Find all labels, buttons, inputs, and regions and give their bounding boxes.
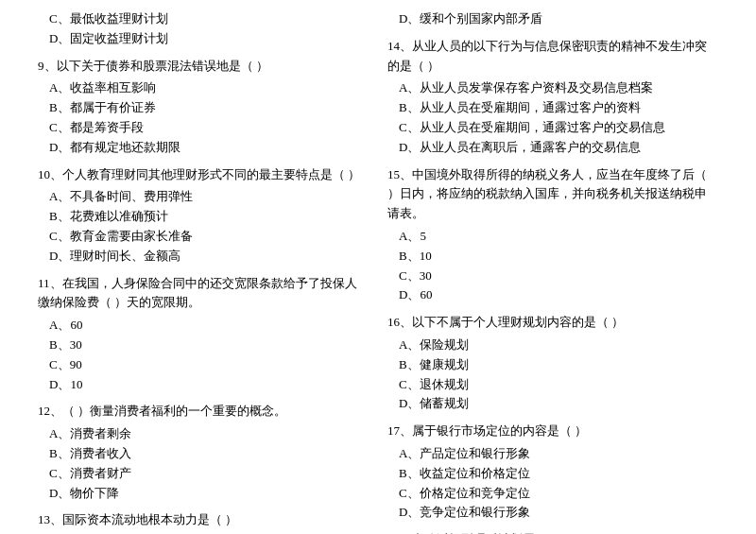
- question-block: 12、（ ）衡量消费者福利的一个重要的概念。A、消费者剩余B、消费者收入C、消费…: [38, 402, 369, 503]
- question-title: 18、中购派投型理财计划属于（ ）: [387, 530, 718, 534]
- question-option: C、教育金需要由家长准备: [38, 227, 369, 247]
- question-option: D、从业人员在离职后，通露客户的交易信息: [387, 138, 718, 158]
- question-option: D、物价下降: [38, 484, 369, 504]
- question-option: A、保险规划: [387, 336, 718, 355]
- question-option: A、消费者剩余: [38, 424, 369, 444]
- question-option: C、30: [387, 267, 718, 286]
- question-block: 10、个人教育理财同其他理财形式不同的最主要特点是（ ）A、不具备时间、费用弹性…: [38, 165, 369, 267]
- question-option: D、缓和个别国家内部矛盾: [387, 9, 718, 29]
- right-column: D、缓和个别国家内部矛盾14、从业人员的以下行为与信息保密职责的精神不发生冲突的…: [387, 9, 718, 534]
- question-option: C、90: [38, 355, 369, 375]
- question-option: C、都是筹资手段: [38, 118, 369, 138]
- question-title: 16、以下不属于个人理财规划内容的是（ ）: [387, 313, 718, 333]
- question-option: A、60: [38, 316, 369, 336]
- question-option: A、不具备时间、费用弹性: [38, 187, 369, 207]
- question-option: D、竞争定位和银行形象: [387, 503, 718, 523]
- question-option: D、固定收益理财计划: [38, 29, 369, 49]
- question-option: C、从业人员在受雇期间，通露过客户的交易信息: [387, 118, 718, 138]
- question-title: 11、在我国，人身保险合同中的还交宽限条款给予了投保人缴纳保险费（ ）天的宽限期…: [38, 274, 369, 314]
- question-option: B、收益定位和价格定位: [387, 464, 718, 484]
- question-option: B、30: [38, 336, 369, 355]
- question-option: B、健康规划: [387, 355, 718, 375]
- question-block: 17、属于银行市场定位的内容是（ ）A、产品定位和银行形象B、收益定位和价格定位…: [387, 422, 718, 523]
- question-block: 11、在我国，人身保险合同中的还交宽限条款给予了投保人缴纳保险费（ ）天的宽限期…: [38, 274, 369, 395]
- question-option: D、储蓄规划: [387, 394, 718, 414]
- question-block: 18、中购派投型理财计划属于（ ）A、结构型理财产品B、固定收益型理财产品C、套…: [387, 530, 718, 534]
- question-option: C、消费者财产: [38, 464, 369, 484]
- page-content: C、最低收益理财计划D、固定收益理财计划9、以下关于债券和股票混法错误地是（ ）…: [38, 9, 718, 534]
- question-title: 9、以下关于债券和股票混法错误地是（ ）: [38, 57, 369, 77]
- question-block: C、最低收益理财计划D、固定收益理财计划: [38, 9, 369, 49]
- question-title: 15、中国境外取得所得的纳税义务人，应当在年度终了后（ ）日内，将应纳的税款纳入…: [387, 165, 718, 224]
- question-title: 17、属于银行市场定位的内容是（ ）: [387, 422, 718, 441]
- question-block: 14、从业人员的以下行为与信息保密职责的精神不发生冲突的是（ ）A、从业人员发掌…: [387, 37, 718, 158]
- question-option: B、从业人员在受雇期间，通露过客户的资料: [387, 98, 718, 118]
- question-title: 10、个人教育理财同其他理财形式不同的最主要特点是（ ）: [38, 165, 369, 185]
- question-option: A、产品定位和银行形象: [387, 444, 718, 464]
- question-option: D、理财时间长、金额高: [38, 247, 369, 267]
- question-option: D、都有规定地还款期限: [38, 138, 369, 158]
- question-title: 12、（ ）衡量消费者福利的一个重要的概念。: [38, 402, 369, 422]
- question-block: D、缓和个别国家内部矛盾: [387, 9, 718, 29]
- question-option: A、收益率相互影响: [38, 78, 369, 98]
- question-block: 16、以下不属于个人理财规划内容的是（ ）A、保险规划B、健康规划C、退休规划D…: [387, 313, 718, 414]
- left-column: C、最低收益理财计划D、固定收益理财计划9、以下关于债券和股票混法错误地是（ ）…: [38, 9, 369, 534]
- question-option: B、10: [387, 247, 718, 267]
- question-title: 14、从业人员的以下行为与信息保密职责的精神不发生冲突的是（ ）: [387, 37, 718, 77]
- question-option: D、60: [387, 285, 718, 305]
- question-option: A、从业人员发掌保存客户资料及交易信息档案: [387, 78, 718, 98]
- question-option: C、退休规划: [387, 375, 718, 395]
- question-option: A、5: [387, 227, 718, 247]
- question-option: B、消费者收入: [38, 444, 369, 464]
- question-option: C、价格定位和竞争定位: [387, 484, 718, 504]
- question-block: 15、中国境外取得所得的纳税义务人，应当在年度终了后（ ）日内，将应纳的税款纳入…: [387, 165, 718, 306]
- question-title: 13、国际资本流动地根本动力是（ ）: [38, 510, 369, 530]
- question-option: B、花费难以准确预计: [38, 207, 369, 227]
- question-option: C、最低收益理财计划: [38, 9, 369, 29]
- question-block: 9、以下关于债券和股票混法错误地是（ ）A、收益率相互影响B、都属于有价证券C、…: [38, 57, 369, 158]
- question-option: D、10: [38, 375, 369, 395]
- question-block: 13、国际资本流动地根本动力是（ ）A、扩大商品销售B、获得较高利润C、调节国际…: [38, 510, 369, 534]
- question-option: B、都属于有价证券: [38, 98, 369, 118]
